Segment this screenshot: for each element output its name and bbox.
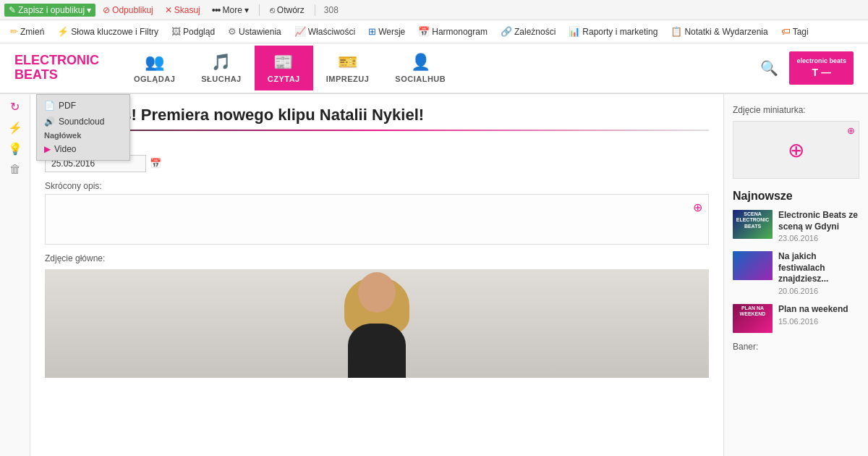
sidebar-lightbulb-icon[interactable]: 💡 bbox=[8, 142, 22, 156]
video-icon: ▶ bbox=[44, 144, 51, 154]
dropdown-pdf[interactable]: 📄 PDF bbox=[37, 98, 129, 114]
nav-item-sluchaj[interactable]: 🎵 SŁUCHAJ bbox=[188, 46, 254, 90]
dropdown-soundcloud[interactable]: 🔊 Soundcloud bbox=[37, 114, 129, 130]
preview-icon: 🖼 bbox=[171, 26, 181, 37]
second-toolbar: ✏ Zmień ⚡ Słowa kluczowe i Filtry 🖼 Podg… bbox=[0, 20, 868, 43]
dropdown-section-header: Nagłówek bbox=[37, 130, 129, 141]
edit-button[interactable]: ✏ Zmień bbox=[4, 24, 50, 39]
left-sidebar: ↻ ⚡ 💡 🗑 bbox=[0, 94, 30, 456]
newest-title: Najnowsze bbox=[733, 190, 859, 203]
nav-label-czytaj: CZYTAJ bbox=[268, 75, 300, 83]
imprezuj-icon: 🎫 bbox=[338, 53, 358, 72]
soundcloud-icon: 🔊 bbox=[44, 117, 55, 127]
news-title-1: Na jakich festiwalach znajdziesz... bbox=[778, 251, 859, 285]
news-date-0: 23.06.2016 bbox=[778, 234, 859, 242]
news-title-2: Plan na weekend bbox=[778, 304, 859, 316]
thumb-target-icon: ⊕ bbox=[788, 138, 804, 162]
publish-dropdown-icon: ▾ bbox=[87, 5, 91, 15]
tags-button[interactable]: 🏷 Tagi bbox=[775, 24, 814, 39]
sidebar-refresh-icon[interactable]: ↻ bbox=[10, 100, 20, 114]
news-info-1: Na jakich festiwalach znajdziesz... 20.0… bbox=[778, 251, 859, 295]
keywords-button[interactable]: ⚡ Słowa kluczowe i Filtry bbox=[51, 24, 164, 39]
keywords-icon: ⚡ bbox=[57, 26, 69, 37]
main-image-label: Zdjęcie główne: bbox=[45, 253, 709, 263]
sluchaj-icon: 🎵 bbox=[211, 53, 231, 72]
settings-icon: ⚙ bbox=[228, 26, 237, 37]
right-sidebar: Zdjęcie miniaturka: ⊕ ⊕ Najnowsze SCENA … bbox=[723, 94, 868, 456]
versions-button[interactable]: ⊞ Wersje bbox=[362, 24, 411, 39]
news-item-1[interactable]: Na jakich festiwalach znajdziesz... 20.0… bbox=[733, 251, 859, 295]
nav-item-imprezuj[interactable]: 🎫 IMPREZUJ bbox=[313, 46, 383, 90]
reports-icon: 📊 bbox=[569, 26, 580, 37]
nav-item-czytaj[interactable]: 📰 CZYTAJ bbox=[255, 46, 313, 90]
top-toolbar: ✎ Zapisz i opublikuj ▾ ⊘ Odpublikuj ✕ Sk… bbox=[0, 0, 868, 20]
properties-button[interactable]: 📈 Właściwości bbox=[289, 24, 361, 39]
edit-icon: ✏ bbox=[10, 26, 18, 37]
brand-logo[interactable]: ELECTRONIC BEATS bbox=[14, 54, 99, 83]
thumb-add-icon: ⊕ bbox=[847, 125, 855, 136]
dependencies-button[interactable]: 🔗 Zależności bbox=[495, 24, 561, 39]
calendar-icon[interactable]: 📅 bbox=[150, 158, 161, 169]
news-item-2[interactable]: PLAN NA WEEKEND Plan na weekend 15.06.20… bbox=[733, 304, 859, 333]
main-image-row: Zdjęcie główne: bbox=[45, 253, 709, 378]
preview-button[interactable]: 🖼 Podgląd bbox=[166, 24, 221, 39]
nav-label-ogladaj: OGLĄDAJ bbox=[134, 75, 175, 83]
add-icon[interactable]: ⊕ bbox=[693, 200, 702, 214]
nav-label-socialhub: SOCIALHUB bbox=[395, 75, 446, 83]
brand-logo-text: electronic beats bbox=[796, 57, 846, 66]
schedule-button[interactable]: 📅 Harmonogram bbox=[412, 24, 493, 39]
banner-label: Baner: bbox=[733, 342, 859, 352]
versions-icon: ⊞ bbox=[368, 26, 376, 37]
czytaj-icon: 📰 bbox=[273, 53, 294, 72]
news-thumb-0: SCENA ELECTRONIC BEATS bbox=[733, 210, 773, 239]
pdf-icon: 📄 bbox=[44, 101, 55, 111]
nav-item-socialhub[interactable]: 👤 SOCIALHUB bbox=[382, 46, 459, 90]
news-thumb-2: PLAN NA WEEKEND bbox=[733, 304, 773, 333]
delete-button[interactable]: ✕ Skasuj bbox=[161, 4, 205, 17]
date-input-row: 📅 bbox=[45, 155, 709, 172]
tags-icon: 🏷 bbox=[781, 26, 791, 37]
more-button[interactable]: ••• More ▾ bbox=[208, 3, 253, 17]
reports-button[interactable]: 📊 Raporty i marketing bbox=[563, 24, 663, 39]
open-button[interactable]: ⎋ Otwórz bbox=[265, 4, 309, 17]
title-underline bbox=[45, 130, 709, 131]
dropdown-video[interactable]: ▶ Video bbox=[37, 141, 129, 157]
open-icon: ⎋ bbox=[270, 5, 275, 15]
search-button[interactable]: 🔍 bbox=[760, 59, 778, 77]
news-date-2: 15.06.2016 bbox=[778, 317, 859, 326]
article-title: Tylko u nas! Premiera nowego klipu Natal… bbox=[45, 105, 709, 126]
unpublish-icon: ⊘ bbox=[103, 5, 110, 15]
settings-button[interactable]: ⚙ Ustawienia bbox=[222, 24, 287, 39]
telekom-sign: T — bbox=[796, 67, 846, 79]
news-title-0: Electronic Beats ze sceną w Gdyni bbox=[778, 210, 859, 232]
thumbnail-box[interactable]: ⊕ ⊕ bbox=[733, 121, 859, 179]
more-dots-icon: ••• bbox=[212, 4, 221, 16]
nav-item-ogladaj[interactable]: 👥 OGLĄDAJ bbox=[121, 46, 188, 90]
content-area: Tylko u nas! Premiera nowego klipu Natal… bbox=[30, 94, 723, 456]
news-date-1: 20.06.2016 bbox=[778, 287, 859, 295]
publish-button[interactable]: ✎ Zapisz i opublikuj ▾ bbox=[4, 4, 95, 17]
brand-logo-right: electronic beats T — bbox=[789, 51, 854, 85]
more-dropdown-icon: ▾ bbox=[244, 5, 249, 15]
nav-label-imprezuj: IMPREZUJ bbox=[326, 75, 370, 83]
main-image-placeholder bbox=[45, 269, 709, 378]
delete-icon: ✕ bbox=[165, 5, 172, 15]
desc-textarea-wrapper: ⊕ bbox=[45, 194, 709, 245]
desc-textarea[interactable] bbox=[46, 195, 708, 242]
properties-icon: 📈 bbox=[294, 26, 306, 37]
sidebar-lightning-icon[interactable]: ⚡ bbox=[8, 121, 22, 135]
nav-label-sluchaj: SŁUCHAJ bbox=[201, 75, 241, 83]
news-item-0[interactable]: SCENA ELECTRONIC BEATS Electronic Beats … bbox=[733, 210, 859, 242]
date-label: Data: bbox=[45, 142, 709, 152]
publish-icon: ✎ bbox=[9, 5, 16, 15]
desc-label: Skrócony opis: bbox=[45, 181, 709, 191]
date-row: Data: 📅 bbox=[45, 142, 709, 172]
thumbnail-label: Zdjęcie miniaturka: bbox=[733, 105, 859, 115]
socialhub-icon: 👤 bbox=[411, 53, 431, 72]
news-info-0: Electronic Beats ze sceną w Gdyni 23.06.… bbox=[778, 210, 859, 242]
brand-text-line1: ELECTRONIC bbox=[14, 54, 99, 68]
brand-text-line2: BEATS bbox=[14, 68, 99, 83]
notes-button[interactable]: 📋 Notatki & Wydarzenia bbox=[665, 24, 773, 39]
unpublish-button[interactable]: ⊘ Odpublikuj bbox=[98, 4, 158, 17]
sidebar-trash-icon[interactable]: 🗑 bbox=[9, 163, 21, 176]
